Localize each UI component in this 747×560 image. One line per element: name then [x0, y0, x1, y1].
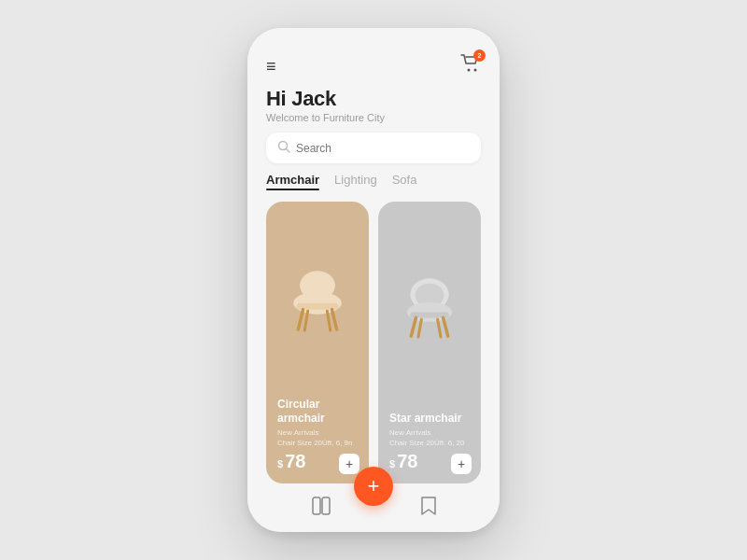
svg-rect-19 [313, 497, 320, 514]
svg-line-8 [331, 310, 336, 330]
price-dollar-star: $ [389, 458, 395, 469]
greeting-title: Hi Jack [266, 87, 481, 111]
tab-armchair[interactable]: Armchair [266, 173, 319, 190]
svg-point-1 [474, 69, 477, 72]
bookmark-icon[interactable] [420, 496, 437, 521]
product-card-circular[interactable]: Circular armchair New Arrivals Chair Siz… [266, 202, 369, 483]
svg-line-17 [418, 319, 421, 337]
product-tag-star: New Arrivals [389, 428, 470, 437]
product-tag-circular: New Arrivals [277, 428, 358, 437]
category-tabs: Armchair Lighting Sofa [266, 173, 481, 190]
svg-line-16 [444, 317, 448, 336]
greeting-subtitle: Welcome to Furniture City [266, 112, 481, 123]
price-value-circular: 78 [285, 451, 305, 472]
products-row: Circular armchair New Arrivals Chair Siz… [266, 202, 481, 483]
price-value-star: 78 [397, 451, 417, 472]
greeting: Hi Jack Welcome to Furniture City [266, 87, 481, 123]
product-name-circular: Circular armchair [277, 398, 358, 427]
add-star-button[interactable]: + [451, 454, 472, 474]
svg-line-7 [298, 310, 303, 330]
search-bar[interactable] [266, 133, 481, 163]
app-content: ≡ 2 Hi Jack Welcome to Furniture City [247, 47, 500, 483]
product-image-circular [277, 213, 358, 390]
search-icon [277, 140, 290, 156]
phone-shell: ≡ 2 Hi Jack Welcome to Furniture City [247, 28, 500, 532]
svg-line-3 [287, 149, 290, 153]
tab-sofa[interactable]: Sofa [392, 173, 417, 190]
cart-button[interactable]: 2 [460, 54, 481, 77]
cart-badge: 2 [473, 49, 486, 62]
svg-line-10 [327, 311, 330, 330]
svg-point-5 [300, 271, 335, 300]
tab-lighting[interactable]: Lighting [334, 173, 377, 190]
bottom-nav: + [247, 483, 500, 532]
product-name-star: Star armchair [389, 412, 470, 427]
add-circular-button[interactable]: + [339, 454, 359, 474]
header: ≡ 2 [266, 47, 481, 83]
product-card-star[interactable]: Star armchair New Arrivals Chair Size 20… [378, 202, 481, 483]
product-details-circular: Chair Size 20Ùft. 6, 9n [277, 439, 358, 447]
svg-line-9 [304, 311, 307, 330]
product-image-star [389, 213, 470, 404]
layout-icon[interactable] [311, 496, 331, 521]
search-input[interactable] [296, 142, 470, 155]
product-details-star: Chair Size 20Ùft. 6, 20 [389, 439, 470, 447]
svg-point-0 [468, 69, 471, 72]
svg-rect-20 [322, 497, 330, 514]
svg-line-18 [438, 319, 441, 337]
svg-line-15 [411, 317, 416, 336]
price-dollar-circular: $ [277, 458, 283, 469]
status-bar [247, 28, 500, 47]
menu-icon[interactable]: ≡ [266, 58, 276, 75]
fab-button[interactable]: + [354, 467, 393, 506]
